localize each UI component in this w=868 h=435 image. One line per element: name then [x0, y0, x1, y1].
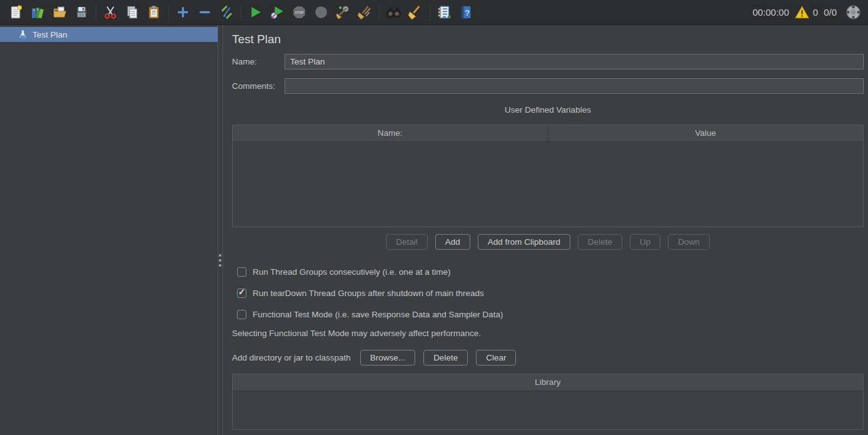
delete-classpath-button[interactable]: Delete: [423, 350, 468, 366]
add-from-clipboard-button[interactable]: Add from Clipboard: [478, 234, 570, 250]
paste-icon: [146, 4, 162, 20]
checkbox-icon[interactable]: [237, 289, 246, 298]
search-icon: [386, 4, 401, 20]
page-title: Test Plan: [232, 33, 864, 46]
shutdown-button: [311, 3, 330, 22]
stop-icon: STOP: [291, 4, 307, 20]
save-icon: [74, 4, 89, 20]
toolbar-separator: [96, 4, 96, 21]
cut-icon: [103, 4, 118, 20]
name-input[interactable]: [285, 54, 864, 69]
log-errors-indicator[interactable]: 0: [795, 6, 818, 19]
test-plan-panel: Test Plan Name: Comments: User Defined V…: [223, 25, 868, 435]
udv-column-value[interactable]: Value: [548, 125, 864, 141]
save-button[interactable]: [72, 3, 91, 22]
name-label: Name:: [232, 57, 285, 66]
add-button[interactable]: Add: [435, 234, 470, 250]
paste-button[interactable]: [144, 3, 163, 22]
open-file-icon: [52, 4, 68, 20]
name-row: Name:: [232, 54, 864, 69]
start-button[interactable]: [246, 3, 265, 22]
library-column: Library: [233, 374, 863, 391]
clear-all-icon: [357, 4, 373, 20]
search-button[interactable]: [384, 3, 403, 22]
collapse-all-icon: [197, 4, 213, 20]
functional-mode-note: Selecting Functional Test Mode may adver…: [232, 329, 864, 339]
test-plan-tree: Test Plan: [0, 25, 218, 435]
clear-icon: [335, 4, 351, 20]
active-threads-indicator: 0/0: [824, 7, 837, 18]
delete-variable-button[interactable]: Delete: [578, 234, 622, 250]
udv-buttons: Detail Add Add from Clipboard Delete Up …: [232, 234, 864, 250]
library-table-header: Library: [233, 374, 863, 391]
detail-button[interactable]: Detail: [386, 234, 428, 250]
expand-all-button[interactable]: [173, 3, 192, 22]
up-button[interactable]: Up: [630, 234, 660, 250]
library-table: Library: [232, 374, 864, 430]
tree-item-test-plan[interactable]: Test Plan: [0, 27, 218, 42]
checkbox-icon[interactable]: [237, 310, 246, 319]
log-error-count: 0: [813, 7, 818, 18]
checkbox-icon[interactable]: [237, 267, 246, 277]
toolbar: STOP ? 00:00:00 0: [0, 0, 868, 25]
help-icon: ?: [458, 4, 474, 20]
test-plan-flask-icon: [18, 29, 28, 39]
expand-all-icon: [175, 4, 191, 20]
checkbox-label: Functional Test Mode (i.e. save Response…: [253, 310, 503, 319]
clear-all-button[interactable]: [355, 3, 374, 22]
toggle-icon: [219, 4, 235, 20]
toggle-button[interactable]: [217, 3, 236, 22]
open-file-button[interactable]: [50, 3, 69, 22]
comments-input[interactable]: [285, 78, 864, 94]
stop-button: STOP: [290, 3, 308, 22]
start-no-timers-button[interactable]: [268, 3, 286, 22]
udv-table-body[interactable]: [233, 142, 863, 227]
search-reset-button[interactable]: [406, 3, 425, 22]
udv-column-name[interactable]: Name:: [233, 125, 548, 141]
copy-icon: [124, 4, 140, 20]
checkbox-label: Run tearDown Thread Groups after shutdow…: [253, 289, 484, 298]
browse-button[interactable]: Browse...: [360, 350, 415, 366]
udv-table: Name: Value: [232, 125, 864, 227]
collapse-all-button[interactable]: [195, 3, 214, 22]
comments-label: Comments:: [232, 81, 285, 91]
run-options: Run Thread Groups consecutively (i.e. on…: [232, 267, 864, 320]
new-file-button[interactable]: [6, 3, 25, 22]
function-helper-button[interactable]: [435, 3, 453, 22]
tree-item-label: Test Plan: [33, 30, 68, 39]
toolbar-separator: [241, 4, 241, 21]
templates-icon: [30, 4, 46, 20]
udv-table-header: Name: Value: [233, 125, 863, 142]
test-timer: 00:00:00: [752, 7, 789, 18]
splitter[interactable]: [218, 25, 223, 435]
clear-button[interactable]: [333, 3, 352, 22]
search-reset-icon: [408, 4, 423, 20]
checkbox-run-teardown[interactable]: Run tearDown Thread Groups after shutdow…: [232, 288, 864, 299]
cut-button[interactable]: [101, 3, 119, 22]
toolbar-separator: [168, 4, 169, 21]
splitter-grip-icon[interactable]: [219, 254, 221, 267]
shutdown-icon: [313, 4, 329, 20]
down-button[interactable]: Down: [668, 234, 710, 250]
checkbox-run-consecutively[interactable]: Run Thread Groups consecutively (i.e. on…: [232, 267, 864, 277]
test-state-wheel-icon: [845, 4, 862, 21]
toolbar-separator: [430, 4, 430, 21]
new-file-icon: [8, 4, 24, 20]
warning-icon: [795, 6, 809, 19]
checkbox-functional-test-mode[interactable]: Functional Test Mode (i.e. save Response…: [232, 309, 864, 320]
svg-text:?: ?: [464, 8, 469, 18]
templates-button[interactable]: [28, 3, 47, 22]
copy-button[interactable]: [123, 3, 141, 22]
classpath-label: Add directory or jar to classpath: [232, 353, 351, 362]
start-no-timers-icon: [270, 4, 285, 20]
help-button[interactable]: ?: [457, 3, 475, 22]
library-table-body[interactable]: [233, 391, 863, 429]
content-area: Test Plan Test Plan Name: Comments: User…: [0, 25, 868, 435]
start-icon: [248, 4, 263, 20]
checkbox-label: Run Thread Groups consecutively (i.e. on…: [253, 267, 450, 277]
toolbar-status: 00:00:00 0 0/0: [752, 4, 862, 21]
toolbar-separator: [379, 4, 380, 21]
comments-row: Comments:: [232, 78, 864, 94]
clear-classpath-button[interactable]: Clear: [476, 350, 516, 366]
jmeter-window: STOP ? 00:00:00 0: [0, 0, 868, 435]
